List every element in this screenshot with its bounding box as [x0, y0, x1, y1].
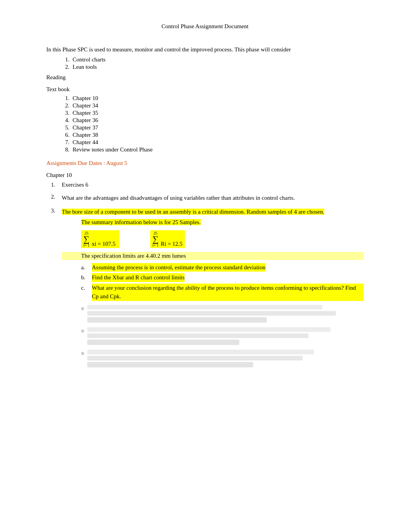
sigma-symbol-right: ∑	[152, 235, 159, 243]
list-num: 4.	[62, 117, 69, 124]
list-text: Chapter 38	[73, 132, 98, 138]
list-num: 1.	[62, 95, 69, 102]
blurred-line-accent	[87, 362, 253, 367]
list-text: Chapter 44	[73, 139, 98, 146]
list-item: 6. Chapter 38	[46, 132, 364, 138]
list-num: 7.	[62, 139, 69, 146]
chapter-heading: Chapter 10	[46, 172, 364, 178]
sub-question-a: a. Assuming the process is in control, e…	[81, 263, 364, 272]
list-num: 3.	[62, 110, 69, 116]
list-text: Review notes under Control Phase	[73, 146, 152, 153]
list-num: 6.	[62, 132, 69, 138]
sigma-sub-right: i= 1	[152, 243, 159, 247]
sub-letter-c: c.	[81, 284, 89, 301]
list-item: 2. Lean tools	[46, 64, 364, 70]
sub-text-b: Find the Xbar and R chart control limits	[92, 273, 185, 282]
formula-left: 25 ∑ i= 1 xi = 107.5	[81, 230, 119, 248]
summary-text: The summary information below is for 25 …	[81, 219, 201, 225]
list-item: 3. Chapter 35	[46, 110, 364, 116]
blurred-line	[87, 311, 336, 316]
list-text: Chapter 34	[73, 102, 98, 109]
spec-text: The specification limits are 4.40.2 mm l…	[81, 253, 186, 259]
blurred-line	[87, 356, 303, 360]
blurred-line	[87, 333, 308, 338]
sub-question-b: b. Find the Xbar and R chart control lim…	[81, 273, 364, 282]
exercise-content: Exercises 6	[62, 182, 364, 188]
formula-right: 25 ∑ i= 1 Ri = 12.5	[150, 230, 185, 248]
list-item: 1. Chapter 10	[46, 95, 364, 102]
formula-row: 25 ∑ i= 1 xi = 107.5 25 ∑ i= 1 Ri = 12.5	[81, 230, 364, 248]
page-container: Control Phase Assignment Document In thi…	[46, 23, 364, 372]
sub-question-c: c. What are your conclusion regarding th…	[81, 284, 364, 301]
list-item: 8. Review notes under Control Phase	[46, 146, 364, 153]
exercise-text: Exercises 6	[62, 182, 88, 188]
blurred-line	[87, 350, 314, 354]
blurred-content	[87, 350, 364, 369]
sigma-sub-left: i= 1	[83, 243, 90, 247]
exercise-text: What are the advantages and disadvantage…	[62, 195, 295, 201]
sigma-symbol-left: ∑	[83, 235, 90, 243]
exercise-num: 3.	[51, 207, 62, 372]
blurred-line-accent	[87, 317, 267, 323]
blurred-row-1	[81, 305, 364, 324]
list-num: 2.	[62, 64, 69, 70]
blurred-line	[87, 327, 330, 332]
page-title: Control Phase Assignment Document	[46, 23, 364, 30]
list-item: 2. Chapter 34	[46, 102, 364, 109]
exercise-2: 2. What are the advantages and disadvant…	[46, 194, 364, 202]
list-num: 2.	[62, 102, 69, 109]
list-text: Chapter 10	[73, 95, 98, 102]
blurred-content	[87, 327, 364, 347]
list-text: Chapter 35	[73, 110, 98, 116]
list-num: 1.	[62, 56, 69, 63]
exercise-1: 1. Exercises 6	[46, 182, 364, 188]
sub-text-a: Assuming the process is in control, esti…	[92, 263, 266, 272]
assignments-due: Assignments Due Dates : August 5	[46, 160, 364, 167]
intro-paragraph: In this Phase SPC is used to measure, mo…	[46, 45, 364, 54]
blurred-dot	[81, 330, 84, 333]
list-item: 5. Chapter 37	[46, 124, 364, 131]
list-text: Lean tools	[73, 64, 97, 70]
blurred-content	[87, 305, 364, 324]
exercise-3: 3. The bore size of a component to be us…	[46, 207, 364, 372]
spec-line: The specification limits are 4.40.2 mm l…	[62, 252, 364, 260]
blurred-section	[62, 305, 364, 369]
list-text: Control charts	[73, 56, 105, 63]
exercise-content: What are the advantages and disadvantage…	[62, 194, 364, 202]
blurred-row-2	[81, 327, 364, 347]
blurred-dot	[81, 352, 84, 355]
list-item: 4. Chapter 36	[46, 117, 364, 124]
chapter-list: 1. Chapter 10 2. Chapter 34 3. Chapter 3…	[46, 95, 364, 153]
reading-label: Reading	[46, 74, 364, 81]
sub-questions: a. Assuming the process is in control, e…	[62, 263, 364, 301]
exercise-main-text: The bore size of a component to be used …	[62, 209, 324, 215]
intro-list: 1. Control charts 2. Lean tools	[46, 56, 364, 70]
list-text: Chapter 36	[73, 117, 98, 124]
list-item: 7. Chapter 44	[46, 139, 364, 146]
list-num: 5.	[62, 124, 69, 131]
list-text: Chapter 37	[73, 124, 98, 131]
formula-left-text: xi = 107.5	[90, 241, 117, 247]
exercise-content: The bore size of a component to be used …	[62, 207, 364, 372]
list-item: 1. Control charts	[46, 56, 364, 63]
exercise-num: 1.	[51, 182, 62, 188]
list-num: 8.	[62, 146, 69, 153]
exercise-sub-text: The summary information below is for 25 …	[62, 218, 364, 227]
exercise-num: 2.	[51, 194, 62, 202]
blurred-line	[87, 305, 322, 309]
sub-letter-a: a.	[81, 263, 89, 272]
textbook-label: Text book	[46, 86, 364, 93]
sub-letter-b: b.	[81, 273, 89, 282]
blurred-line-accent	[87, 340, 239, 345]
blurred-dot	[81, 307, 84, 310]
formula-right-text: Ri = 12.5	[159, 241, 183, 247]
sub-text-c: What are your conclusion regarding the a…	[92, 284, 364, 301]
blurred-row-3	[81, 350, 364, 369]
